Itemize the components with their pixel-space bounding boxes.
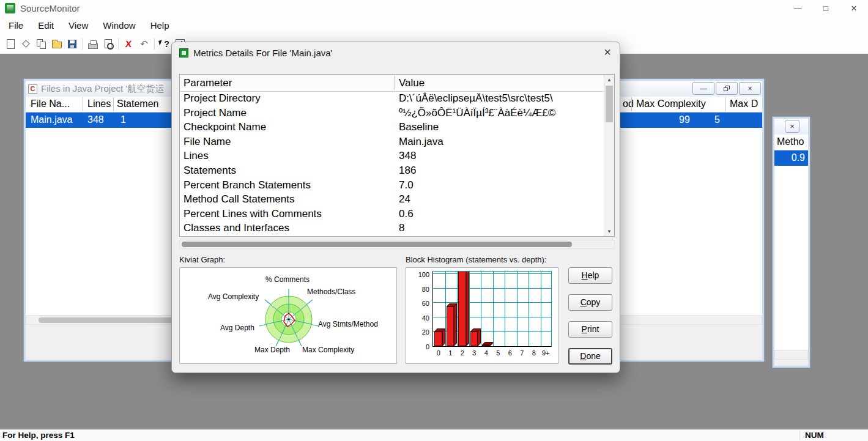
- column-statements[interactable]: Statemen: [117, 98, 158, 109]
- x-axis-label: 2: [457, 349, 468, 357]
- param-cell: Statements: [184, 165, 236, 177]
- value-cell: 8: [399, 222, 404, 234]
- context-help-button[interactable]: ?: [157, 36, 172, 51]
- column-divider: [113, 97, 114, 111]
- column-value[interactable]: Value: [399, 77, 425, 89]
- table-row[interactable]: Percent Branch Statements7.0: [180, 179, 604, 193]
- delete-button[interactable]: X: [121, 36, 136, 51]
- menu-help[interactable]: Help: [143, 18, 177, 33]
- table-row[interactable]: Classes and Interfaces8: [180, 221, 604, 236]
- table-row[interactable]: File NameMain.java: [180, 135, 604, 150]
- value-cell: 348: [399, 150, 416, 162]
- scrollbar-thumb[interactable]: [39, 317, 173, 323]
- scroll-up-arrow[interactable]: ▲: [604, 75, 614, 84]
- scroll-down-arrow[interactable]: ▼: [604, 226, 614, 236]
- y-axis-label: 100: [409, 271, 429, 278]
- done-button[interactable]: Done: [568, 348, 612, 365]
- kiviat-chart-svg: [180, 268, 398, 365]
- methods-selected-row[interactable]: 0.9: [774, 150, 808, 166]
- methods-list-area: [774, 166, 808, 350]
- methods-column-header[interactable]: Metho: [774, 135, 808, 150]
- column-file-name[interactable]: File Na...: [31, 98, 70, 109]
- app-icon: [5, 3, 15, 13]
- dialog-titlebar[interactable]: Metrics Details For File 'Main.java' ×: [172, 42, 620, 63]
- print-icon: [88, 43, 98, 49]
- column-max-depth[interactable]: Max D: [730, 98, 758, 109]
- column-lines[interactable]: Lines: [87, 98, 111, 109]
- x-axis-label: 6: [505, 349, 516, 357]
- histogram-bar: [434, 332, 442, 346]
- minimize-button[interactable]: —: [784, 0, 812, 17]
- menu-file[interactable]: File: [1, 18, 31, 33]
- gridline: [493, 272, 494, 346]
- files-minimize-button[interactable]: —: [692, 82, 714, 95]
- methods-window-close-button[interactable]: ×: [785, 120, 799, 133]
- status-divider: [799, 431, 799, 440]
- scrollbar-thumb[interactable]: [182, 242, 572, 247]
- copy-button[interactable]: [34, 36, 49, 51]
- new-file-button[interactable]: [3, 36, 18, 51]
- histogram-bar-side: [442, 328, 445, 346]
- undo-button[interactable]: ↶: [136, 36, 152, 51]
- caption-controls: — □ ×: [784, 0, 868, 17]
- gridline: [433, 273, 551, 274]
- table-row[interactable]: Lines348: [180, 149, 604, 164]
- histogram-bar: [470, 332, 478, 346]
- dialog-icon: [179, 48, 188, 57]
- menu-window[interactable]: Window: [95, 18, 143, 33]
- methods-horizontal-scrollbar[interactable]: [774, 350, 808, 360]
- maximize-button[interactable]: □: [812, 0, 840, 17]
- print-preview-button[interactable]: [100, 36, 116, 51]
- close-icon: ×: [851, 2, 857, 15]
- open-folder-icon: [52, 42, 62, 48]
- menu-view[interactable]: View: [61, 18, 95, 33]
- param-cell: Lines: [184, 150, 209, 162]
- gridline: [433, 288, 551, 289]
- table-row[interactable]: Percent Lines with Comments0.6: [180, 207, 604, 222]
- x-axis-label: 0: [433, 349, 444, 357]
- menu-edit[interactable]: Edit: [31, 18, 61, 33]
- x-axis-label: 3: [469, 349, 480, 357]
- close-button[interactable]: ×: [840, 0, 868, 17]
- kiviat-graph: % Comments Methods/Class Avg Stmts/Metho…: [179, 267, 397, 364]
- column-max-complexity[interactable]: Max Complexity: [636, 98, 706, 109]
- column-divider: [394, 76, 395, 90]
- app-titlebar[interactable]: SourceMonitor — □ ×: [0, 0, 868, 17]
- help-button[interactable]: Help: [568, 267, 612, 284]
- dialog-close-button[interactable]: ×: [604, 45, 611, 59]
- save-button[interactable]: [64, 36, 80, 51]
- copy-button[interactable]: Copy: [568, 294, 612, 311]
- vertical-scrollbar[interactable]: ▲ ▼: [604, 75, 614, 236]
- methods-window-body: Metho 0.9: [774, 135, 808, 366]
- column-method-tail[interactable]: od: [623, 98, 634, 109]
- value-cell: º½¿Õ»õÔË¹ÜÀíÏµÍ³£¨ÀàÉè¼Æ£©: [399, 107, 555, 119]
- delete-icon: X: [125, 39, 133, 49]
- y-axis-label: 40: [409, 314, 429, 322]
- value-cell: 24: [399, 193, 410, 206]
- methods-window-titlebar[interactable]: ×: [774, 119, 808, 135]
- value-cell: Baseline: [399, 121, 439, 133]
- metrics-table-rows: Project DirectoryD:\´úÂë\eclipseµÄ\test5…: [180, 92, 604, 236]
- restore-icon: [724, 86, 730, 91]
- open-button[interactable]: [49, 36, 64, 51]
- param-cell: Classes and Interfaces: [184, 222, 289, 234]
- horizontal-scrollbar[interactable]: [179, 240, 615, 249]
- table-row[interactable]: Statements186: [180, 164, 604, 179]
- print-button[interactable]: [85, 36, 100, 51]
- metrics-details-dialog: Metrics Details For File 'Main.java' × P…: [171, 42, 620, 373]
- scrollbar-thumb[interactable]: [606, 86, 613, 122]
- column-parameter[interactable]: Parameter: [184, 77, 232, 89]
- files-restore-button[interactable]: [716, 82, 738, 95]
- x-axis-label: 9+: [540, 349, 551, 357]
- print-button[interactable]: Print: [568, 321, 612, 338]
- table-row[interactable]: Method Call Statements24: [180, 193, 604, 207]
- gridline: [457, 272, 458, 346]
- button-label: Done: [569, 349, 611, 363]
- table-row[interactable]: Project Nameº½¿Õ»õÔË¹ÜÀíÏµÍ³£¨ÀàÉè¼Æ£©: [180, 106, 604, 121]
- checkpoint-button[interactable]: [18, 36, 34, 51]
- files-close-button[interactable]: ×: [739, 82, 761, 95]
- metrics-table: Parameter Value Project DirectoryD:\´úÂë…: [179, 74, 615, 237]
- table-row[interactable]: Project DirectoryD:\´úÂë\eclipseµÄ\test5…: [180, 92, 604, 106]
- table-row[interactable]: Checkpoint NameBaseline: [180, 120, 604, 135]
- files-window-icon: [28, 84, 37, 94]
